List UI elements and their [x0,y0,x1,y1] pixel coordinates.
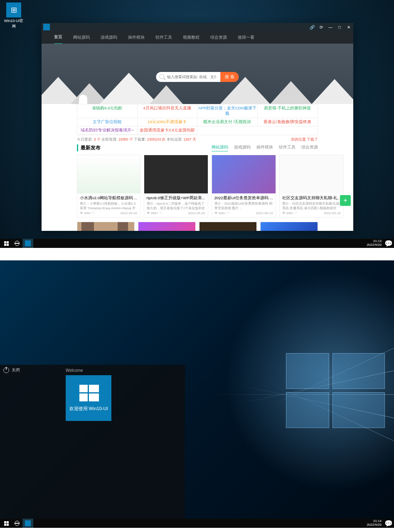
section-tabs: 网站源码 游戏源码 插件模块 软件工具 综合资源 [212,144,318,151]
refresh-icon[interactable]: ⟳ [318,25,324,30]
card-date: 2022-05-20 [121,211,138,215]
search-icon [160,74,165,79]
tile-welcome[interactable]: 欢迎使用 Win10-UI [66,375,111,421]
promo-link[interactable]: 省钱购9.9元包邮 [77,104,138,118]
promo-link[interactable]: 19元100G不虚流量卡 [138,118,198,126]
promo-link[interactable]: 糯米企业易支付 /无视投诉 [197,118,258,126]
card-item[interactable] [260,222,318,231]
nav-software[interactable]: 软件工具 [155,31,172,44]
ie-icon [15,241,20,246]
section-title: 最新发布 [81,144,101,151]
card-title: 社区交友源码支持聊天私聊-礼... [282,195,341,200]
maximize-icon[interactable]: □ [337,25,342,30]
card-date: 2022-05-20 [188,211,205,215]
nav-plugins[interactable]: 插件模块 [128,31,145,44]
hero-banner: 搜 索 [42,44,353,104]
nav-home[interactable]: 首页 [54,31,62,44]
windows-icon: ⊞ [6,2,21,17]
nav-video[interactable]: 视频教程 [183,31,199,44]
nav-game-source[interactable]: 游戏源码 [101,31,117,44]
card-item[interactable]: 社区交友源码支持聊天私聊-礼...简介：社区交友源码支持聊天私聊-礼物系统-直播… [279,155,344,218]
titlebar[interactable]: 🔗 ⟳ — □ ✕ [42,23,353,31]
promo-link[interactable]: 文字广告位招租 [77,118,138,126]
card-item[interactable]: 小水滴v2.0网站导航模板源码 ...简介：小果酱2.0导航模板，小水滴2.0采… [77,155,140,218]
power-icon [3,367,9,373]
start-button[interactable] [1,239,12,248]
card-views: 👁 999+ ♡ [214,211,230,215]
card-desc: 简介：ripro9.0二开版本，这个模板死了挺久的，我又修复你提了2个美化包和全… [147,202,205,210]
card-item[interactable]: 2022最新UI任务悬赏抢单源码 ...简介：2022最新UI任务悬赏抢单源码 … [212,155,276,218]
card-thumbnail [212,155,276,193]
site-nav: 首页 网站源码 游戏源码 插件模块 软件工具 视频教程 综合资源 值得一看 [42,31,353,44]
card-views: 👁 999+ ♡ [282,211,298,215]
promo-link[interactable]: 域名防封/专业解决报毒强开~ [77,126,138,135]
power-button[interactable]: 关闭 [3,367,59,373]
card-item[interactable] [199,222,257,231]
minimize-icon[interactable]: — [328,25,333,30]
promo-link[interactable]: APP封装分发；全天CDN极速下载 [197,104,258,118]
add-button[interactable]: + [340,195,351,206]
notification-icon[interactable]: 💬 [384,240,393,247]
tab-plugins[interactable]: 插件模块 [256,144,273,151]
card-item[interactable] [138,222,196,231]
promo-link[interactable]: 全国通用流量卡3.8元全国包邮 [138,126,198,135]
nav-worth[interactable]: 值得一看 [238,31,254,44]
close-icon[interactable]: ✕ [346,25,352,30]
taskbar-clock[interactable]: 21:132022/5/20 [367,240,384,247]
card-title: ripro9.0修正升级版+WP两款美... [147,195,205,200]
promo-link[interactable]: 易赏猫-手机上的兼职神器 [258,104,318,118]
tab-resources[interactable]: 综合资源 [301,144,318,151]
card-title: 小水滴v2.0网站导航模板源码 ... [80,195,138,200]
ie-icon [15,521,20,526]
link-icon[interactable]: 🔗 [309,25,315,30]
taskbar-app[interactable] [22,239,33,248]
start-menu: 关闭 Welcome 欢迎使用 Win10-UI [0,365,185,519]
desktop-icon-win10ui[interactable]: ⊞ Win10-UI官网 [3,2,24,29]
search-input[interactable] [156,72,221,82]
bear-icon [79,95,87,104]
taskbar-ie[interactable] [12,519,22,528]
promo-link[interactable]: 4月风口项目抖音无人直播 [138,104,198,118]
card-desc: 简介：社区交友源码支持聊天私聊-礼物系统-直播系统-缘分匹配+视频教程功能：社区… [282,202,341,210]
card-views: 👁 999+ ♡ [80,211,95,215]
tile-group-label: Welcome [66,368,182,373]
taskbar: 21:142022/5/20 💬 [0,519,394,528]
tile-label: 欢迎使用 Win10-UI [69,406,108,412]
card-item[interactable] [77,222,135,231]
card-item[interactable]: ripro9.0修正升级版+WP两款美...简介：ripro9.0二开版本，这个… [144,155,208,218]
card-date: 2022-05-19 [256,211,273,215]
taskbar-app[interactable] [22,519,33,528]
card-views: 👁 999+ ♡ [147,211,162,215]
notification-icon[interactable]: 💬 [384,520,393,527]
card-title: 2022最新UI任务悬赏抢单源码 ... [214,195,273,200]
window-app-icon [43,24,50,30]
search-box: 搜 索 [156,72,239,82]
search-button[interactable]: 搜 索 [221,72,239,82]
tab-game[interactable]: 游戏源码 [234,144,251,151]
start-button[interactable] [1,519,12,528]
app-icon [25,520,31,526]
card-desc: 简介：2022最新UI任务悬赏抢单源码 附带安装教程 图片： [214,202,273,210]
card-thumbnail [77,155,140,193]
promo-link[interactable]: 香港云/免验换绑/安益终身 [258,118,318,126]
card-desc: 简介：小果酱2.0导航模板，小水滴2.0采用 Thinkphp+Easy Adm… [80,202,138,210]
taskbar: 21:132022/5/20 💬 [0,239,394,248]
desktop-icon-label: Win10-UI官网 [3,18,24,29]
stats-line: 今日更新: 3 个 全部资源: 18350 个 下载量: 2305243 次 本… [42,135,353,144]
tab-website[interactable]: 网站源码 [212,144,228,151]
card-thumbnail [144,155,208,193]
app-icon [25,240,31,246]
windows-logo-bg [286,353,382,428]
nav-resources[interactable]: 综合资源 [210,31,227,44]
tab-software[interactable]: 软件工具 [279,144,296,151]
browser-window: 🔗 ⟳ — □ ✕ 首页 网站源码 游戏源码 插件模块 软件工具 视频教程 综合… [42,23,353,231]
card-date: 2022-05-18 [324,211,341,215]
windows-icon [79,385,98,401]
promo-grid: 省钱购9.9元包邮4月风口项目抖音无人直播APP封装分发；全天CDN极速下载易赏… [77,104,318,135]
taskbar-clock[interactable]: 21:142022/5/20 [367,520,384,527]
card-thumbnail [280,155,343,193]
taskbar-ie[interactable] [12,239,22,248]
nav-website-source[interactable]: 网站源码 [73,31,90,44]
